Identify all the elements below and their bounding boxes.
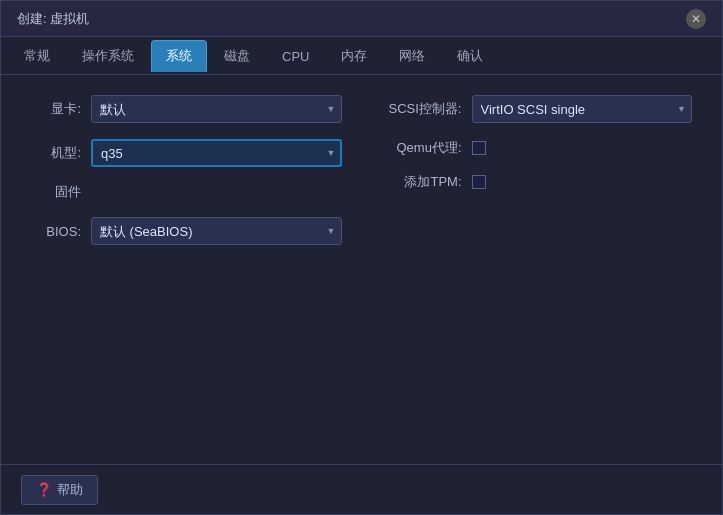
help-button[interactable]: ❓ 帮助: [21, 475, 98, 505]
machine-type-label: 机型:: [31, 144, 81, 162]
tpm-checkbox[interactable]: [472, 175, 486, 189]
qemu-label: Qemu代理:: [382, 139, 462, 157]
tab-network[interactable]: 网络: [384, 40, 440, 71]
question-icon: ❓: [36, 482, 52, 497]
scsi-select[interactable]: VirtIO SCSI single: [472, 95, 693, 123]
content-area: 显卡: 默认 机型: q35 固件: [1, 75, 722, 464]
left-column: 显卡: 默认 机型: q35 固件: [31, 95, 342, 245]
firmware-row: 固件: [31, 183, 342, 201]
bios-select-wrapper: 默认 (SeaBIOS): [91, 217, 342, 245]
machine-type-select-wrapper: q35: [91, 139, 342, 167]
tab-confirm[interactable]: 确认: [442, 40, 498, 71]
create-vm-dialog: 创建: 虚拟机 ✕ 常规 操作系统 系统 磁盘 CPU 内存 网络 确认 显卡:…: [0, 0, 723, 515]
bios-row: BIOS: 默认 (SeaBIOS): [31, 217, 342, 245]
tab-system[interactable]: 系统: [151, 40, 207, 72]
close-button[interactable]: ✕: [686, 9, 706, 29]
tpm-label: 添加TPM:: [382, 173, 462, 191]
footer: ❓ 帮助: [1, 464, 722, 514]
tab-cpu[interactable]: CPU: [267, 42, 324, 70]
dialog-title: 创建: 虚拟机: [17, 10, 89, 28]
qemu-agent-row: Qemu代理:: [382, 139, 693, 157]
tab-disk[interactable]: 磁盘: [209, 40, 265, 71]
display-select-wrapper: 默认: [91, 95, 342, 123]
bios-select[interactable]: 默认 (SeaBIOS): [91, 217, 342, 245]
scsi-label: SCSI控制器:: [382, 100, 462, 118]
qemu-agent-checkbox[interactable]: [472, 141, 486, 155]
tab-bar: 常规 操作系统 系统 磁盘 CPU 内存 网络 确认: [1, 37, 722, 75]
bios-label: BIOS:: [31, 224, 81, 239]
tab-memory[interactable]: 内存: [326, 40, 382, 71]
tpm-row: 添加TPM:: [382, 173, 693, 191]
machine-type-row: 机型: q35: [31, 139, 342, 167]
machine-type-select[interactable]: q35: [91, 139, 342, 167]
tab-general[interactable]: 常规: [9, 40, 65, 71]
scsi-select-wrapper: VirtIO SCSI single: [472, 95, 693, 123]
tab-os[interactable]: 操作系统: [67, 40, 149, 71]
display-row: 显卡: 默认: [31, 95, 342, 123]
firmware-label: 固件: [31, 183, 81, 201]
display-select[interactable]: 默认: [91, 95, 342, 123]
right-column: SCSI控制器: VirtIO SCSI single Qemu代理: 添加TP…: [382, 95, 693, 245]
title-bar: 创建: 虚拟机 ✕: [1, 1, 722, 37]
scsi-row: SCSI控制器: VirtIO SCSI single: [382, 95, 693, 123]
display-label: 显卡:: [31, 100, 81, 118]
help-label: 帮助: [57, 481, 83, 499]
